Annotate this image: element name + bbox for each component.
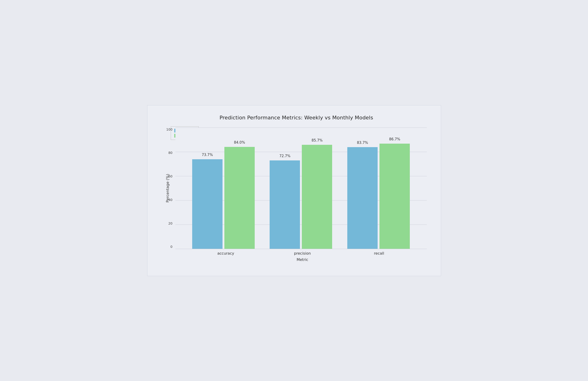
grid-line-0 [175,249,427,249]
chart-area: Percentage (%) 100 80 60 40 20 0 [166,128,427,262]
bar-weekly-recall-rect: 83.7% [347,147,378,249]
x-tick-accuracy: accuracy [193,251,258,256]
y-tick: 20 [168,221,173,225]
metric-group-recall: 83.7% 86.7% [347,144,410,249]
metric-group-precision: 72.7% 85.7% [270,145,332,249]
x-axis: accuracy precision recall [178,251,427,256]
bar-monthly-precision-rect: 85.7% [302,145,332,249]
chart-title: Prediction Performance Metrics: Weekly v… [166,115,427,120]
bar-label-monthly-recall: 86.7% [389,137,400,141]
bar-weekly-accuracy-rect: 73.7% [192,159,223,249]
y-tick: 0 [170,245,173,249]
bar-weekly-recall: 83.7% [347,147,378,249]
y-tick: 100 [166,128,173,131]
bar-weekly-precision-rect: 72.7% [270,160,300,249]
bar-monthly-recall-rect: 86.7% [379,144,410,249]
bar-label-weekly-recall: 83.7% [357,140,368,145]
x-tick-precision: precision [270,251,335,256]
bar-label-weekly-accuracy: 73.7% [202,153,213,157]
bar-monthly-accuracy: 84.0% [224,147,255,249]
bar-weekly-accuracy: 73.7% [192,159,223,249]
chart-container: Prediction Performance Metrics: Weekly v… [147,105,441,276]
x-tick-recall: recall [346,251,412,256]
plot-area: 73.7% 84.0% 72.7% [175,128,427,249]
y-tick: 80 [168,151,173,155]
bar-weekly-precision: 72.7% [270,160,300,249]
y-axis-title: Percentage (%) [165,174,169,202]
bar-monthly-recall: 86.7% [379,144,410,249]
bar-label-monthly-precision: 85.7% [312,138,323,142]
bar-monthly-precision: 85.7% [302,145,332,249]
bar-label-monthly-accuracy: 84.0% [234,140,245,144]
chart-body: Percentage (%) 100 80 60 40 20 0 [166,128,427,249]
bars-wrapper: 73.7% 84.0% 72.7% [175,128,427,249]
bar-label-weekly-precision: 72.7% [279,154,291,158]
x-axis-title: Metric [178,258,427,262]
bar-monthly-accuracy-rect: 84.0% [224,147,255,249]
metric-group-accuracy: 73.7% 84.0% [192,147,255,249]
